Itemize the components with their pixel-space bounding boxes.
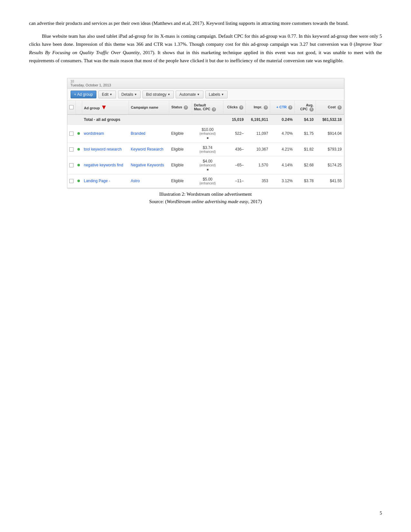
automate-label: Automate (179, 92, 196, 97)
row4-impr: 353 (246, 174, 270, 188)
header-status: Status ? (169, 101, 192, 114)
figure-source: Source: (WordStream online advertising m… (149, 199, 262, 204)
row2-adgroup: tool keyword research (82, 143, 129, 156)
bid-strategy-button[interactable]: Bid strategy ▼ (142, 91, 174, 98)
row4-checkbox[interactable] (69, 179, 73, 183)
header-impr: Impr. ? (246, 101, 270, 114)
italic-citation: Improve Your Results By Focusing on Qual… (29, 42, 382, 55)
row2-campaign: Keyword Research (129, 143, 169, 156)
row3-adgroup: negative keywords find (82, 156, 129, 174)
row4-campaign-link[interactable]: Astro (131, 179, 140, 183)
row2-status-dot (77, 148, 80, 151)
impr-help-icon[interactable]: ? (264, 105, 268, 110)
row1-adgroup-link[interactable]: wordstream (84, 131, 104, 136)
avgcpc-help-icon[interactable]: ? (309, 107, 314, 112)
total-clicks: 15,019 (223, 114, 246, 125)
labels-button[interactable]: Labels ▼ (205, 91, 228, 98)
row4-status: Eligible (169, 174, 192, 188)
row2-cost: $793.19 (316, 143, 344, 156)
row1-status: Eligible (169, 124, 192, 143)
header-checkbox-sq[interactable] (69, 105, 73, 109)
defcpc-help-icon[interactable]: ? (212, 107, 216, 112)
row3-ctr: 4.14% (270, 156, 295, 174)
row1-checkbox-cell (67, 124, 76, 143)
row1-cost: $914.04 (316, 124, 344, 143)
header-campaign: Campaign name (129, 101, 169, 114)
table-header-row: Ad group ▼ Campaign name Status ? Defaul… (67, 101, 344, 114)
bid-strategy-label: Bid strategy (146, 92, 166, 97)
row3-checkbox-cell (67, 156, 76, 174)
header-dot (75, 101, 82, 114)
cost-help-icon[interactable]: ? (338, 105, 342, 110)
header-avgcpc: Avg.CPC ? (295, 101, 316, 114)
row1-adgroup: wordstream (82, 124, 129, 143)
bid-strategy-arrow: ▼ (167, 93, 170, 96)
add-adgroup-button[interactable]: + Ad group (71, 91, 96, 98)
edit-button[interactable]: Edit ▼ (98, 91, 116, 98)
row3-checkbox[interactable] (69, 163, 73, 167)
row3-campaign-link[interactable]: Negative Keywords (131, 163, 164, 167)
ctr-help-icon[interactable]: ? (288, 105, 292, 110)
table-row: Landing Page - Astro Eligible $5.00 (enh… (67, 174, 344, 188)
edit-arrow: ▼ (110, 93, 113, 96)
row2-impr: 10,367 (246, 143, 270, 156)
row2-checkbox[interactable] (69, 147, 73, 152)
figure-container: 10 Tuesday, October 1, 2013 + Ad group E… (29, 78, 382, 204)
row1-defcpc: $10.00 (enhanced) ■ (192, 124, 223, 143)
details-arrow: ▼ (134, 93, 137, 96)
row4-campaign: Astro (129, 174, 169, 188)
paragraph-2-main-text: Blue website team has also used tablet i… (29, 34, 382, 64)
row3-status-dot (77, 164, 80, 166)
header-checkbox (67, 101, 76, 114)
topbar-date-section: 10 Tuesday, October 1, 2013 (71, 80, 111, 87)
automate-button[interactable]: Automate ▼ (176, 91, 203, 98)
row4-avgcpc: $3.78 (295, 174, 316, 188)
row4-defcpc: $5.00 (enhanced) (192, 174, 223, 188)
total-impr: 6,191,911 (246, 114, 270, 125)
row3-enhanced: (enhanced) (194, 163, 221, 167)
row1-check: ■ (207, 136, 209, 140)
row2-clicks: 436– (223, 143, 246, 156)
row2-checkbox-cell (67, 143, 76, 156)
row2-dot-cell (75, 143, 82, 156)
adwords-interface: 10 Tuesday, October 1, 2013 + Ad group E… (67, 78, 344, 188)
details-button[interactable]: Details ▼ (118, 91, 141, 98)
row3-adgroup-link[interactable]: negative keywords find (84, 163, 123, 167)
row1-checkbox[interactable] (69, 132, 73, 136)
figure-source-italic: WordStream online advertising made easy (167, 199, 248, 204)
sort-arrow-icon[interactable]: ▼ (101, 103, 107, 111)
row1-campaign-link[interactable]: Branded (131, 131, 145, 136)
row4-adgroup-link[interactable]: Landing Page - (84, 179, 110, 183)
automate-arrow: ▼ (197, 93, 200, 96)
row2-status: Eligible (169, 143, 192, 156)
row4-status-dot (77, 180, 80, 182)
adwords-table: Ad group ▼ Campaign name Status ? Defaul… (67, 101, 344, 188)
header-adgroup: Ad group ▼ (82, 101, 129, 114)
total-defcpc (192, 114, 223, 125)
clicks-help-icon[interactable]: ? (239, 105, 243, 110)
row1-ctr: 4.70% (270, 124, 295, 143)
row4-dot-cell (75, 174, 82, 188)
adwords-toolbar: + Ad group Edit ▼ Details ▼ Bid strategy… (67, 89, 344, 101)
row3-check: ■ (207, 168, 209, 171)
labels-label: Labels (209, 92, 220, 97)
row3-defcpc: $4.00 (enhanced) ■ (192, 156, 223, 174)
row2-defcpc: $3.74 (enhanced) (192, 143, 223, 156)
row2-avgcpc: $1.82 (295, 143, 316, 156)
details-label: Details (122, 92, 133, 97)
header-cost: Cost ? (316, 101, 344, 114)
row1-impr: 11,097 (246, 124, 270, 143)
row1-status-dot (77, 132, 80, 135)
total-label: Total - all ad groups (82, 114, 192, 125)
total-dot-cell (75, 114, 82, 125)
row2-adgroup-link[interactable]: tool keyword research (84, 147, 122, 152)
ctr-label: + CTR (276, 105, 287, 109)
paragraph-1-text: can advertise their products and service… (29, 21, 348, 26)
status-help-icon[interactable]: ? (184, 105, 188, 110)
row4-checkbox-cell (67, 174, 76, 188)
row1-avgcpc: $1.75 (295, 124, 316, 143)
row2-campaign-link[interactable]: Keyword Research (131, 147, 163, 152)
row4-cost: $41.55 (316, 174, 344, 188)
table-row: wordstream Branded Eligible $10.00 (enha… (67, 124, 344, 143)
topbar-number: 10 (71, 80, 111, 83)
